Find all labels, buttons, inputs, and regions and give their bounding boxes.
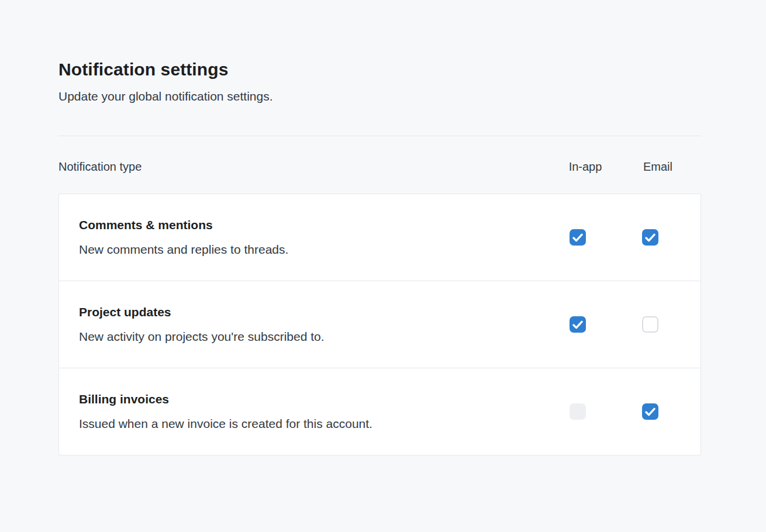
notification-row-title: Billing invoices <box>79 391 530 408</box>
page-subtitle: Update your global notification settings… <box>58 88 701 105</box>
notification-row-description: Issued when a new invoice is created for… <box>79 415 530 433</box>
email-checkbox[interactable] <box>642 229 658 246</box>
notification-row-title: Project updates <box>79 303 530 321</box>
checkmark-icon <box>645 407 655 416</box>
checkmark-icon <box>572 233 583 242</box>
in-app-column <box>541 403 614 420</box>
table-header: Notification type In-app Email <box>58 158 701 175</box>
notification-row: Billing invoices Issued when a new invoi… <box>59 368 701 455</box>
email-column <box>614 229 686 246</box>
notification-row-description: New comments and replies to threads. <box>79 241 530 258</box>
checkmark-icon <box>572 320 583 329</box>
email-column <box>614 403 686 420</box>
page-title: Notification settings <box>58 58 701 81</box>
notification-table: Comments & mentions New comments and rep… <box>58 194 701 455</box>
notification-row: Project updates New activity on projects… <box>59 281 701 368</box>
email-checkbox[interactable] <box>642 316 658 333</box>
notification-row-text: Comments & mentions New comments and rep… <box>59 194 541 281</box>
in-app-column <box>541 229 614 246</box>
in-app-checkbox <box>570 403 586 420</box>
email-checkbox[interactable] <box>642 403 658 420</box>
email-column <box>614 316 686 333</box>
in-app-checkbox[interactable] <box>570 229 586 246</box>
in-app-column <box>541 316 614 333</box>
notification-row: Comments & mentions New comments and rep… <box>59 194 701 281</box>
checkmark-icon <box>645 233 655 242</box>
notification-row-text: Project updates New activity on projects… <box>59 281 541 368</box>
section-divider <box>58 136 701 136</box>
notification-row-text: Billing invoices Issued when a new invoi… <box>59 368 541 455</box>
notification-settings-page: Notification settings Update your global… <box>0 0 766 455</box>
notification-row-description: New activity on projects you're subscrib… <box>79 328 530 346</box>
in-app-checkbox[interactable] <box>570 316 586 333</box>
notification-row-title: Comments & mentions <box>79 216 530 234</box>
email-column-header: Email <box>622 158 694 175</box>
in-app-column-header: In-app <box>549 158 622 175</box>
notification-type-column-header: Notification type <box>58 158 549 175</box>
